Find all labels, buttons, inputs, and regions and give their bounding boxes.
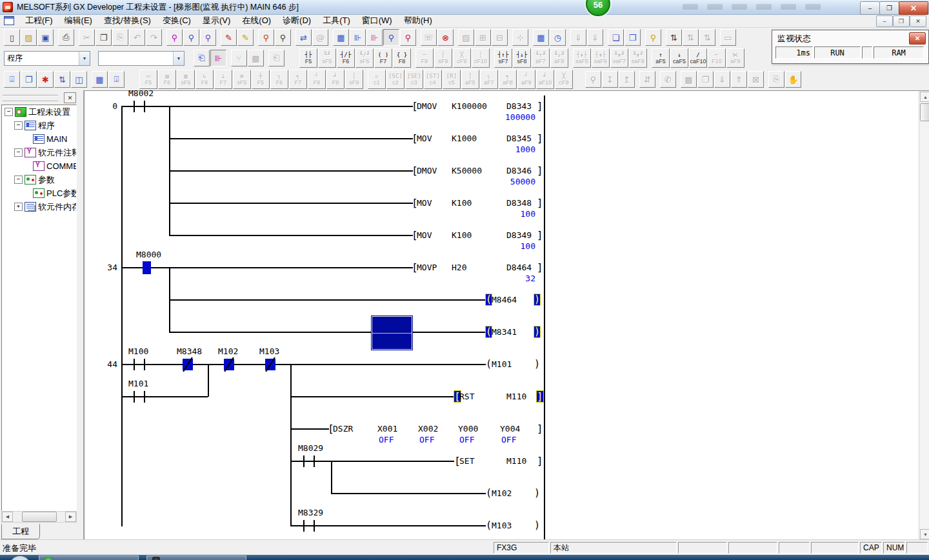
sort-step-button[interactable]: ⇅ [54,71,70,88]
collapse-icon[interactable]: − [5,108,13,116]
open-branch-button[interactable]: ╙╜sF5 [318,48,336,68]
windows-taskbar[interactable] [0,555,929,560]
search-up-button[interactable]: ↥ [619,71,635,88]
paste-button[interactable]: ⎘ [112,29,128,46]
scroll-down-icon[interactable]: ▼ [920,529,929,539]
delete-hline-button[interactable]: ╳cF9 [453,48,471,68]
device-comment-edit-button[interactable]: ⑂ [231,50,247,66]
taskbar-app-1[interactable] [39,555,139,560]
devmem-all-button[interactable]: ▩ [681,71,697,88]
corner-dr-button[interactable]: ┐F6 [270,70,288,89]
rect-3-button[interactable]: ▥sF6 [177,70,195,89]
ladder-editor-window[interactable]: ▲ ▼ [84,90,929,540]
arrow-button[interactable]: ↳F8 [195,70,214,89]
close-button[interactable]: ✕ [899,1,928,15]
start-orb-icon[interactable] [9,556,31,560]
copy-button[interactable]: ❐ [95,29,112,46]
panel-drag-handle[interactable] [3,95,58,102]
split-window-button[interactable]: ◫ [71,71,87,88]
line-c3-button[interactable]: ┘aF9 [517,70,535,89]
tree-horizontal-scrollbar[interactable]: ◀ ▶ [1,511,77,523]
devmem-read-button[interactable]: ⇑ [731,71,747,88]
project-tree-toggle-button[interactable]: ⊪ [210,50,226,66]
panel-close-icon[interactable]: ✕ [64,92,76,103]
expand-icon[interactable]: + [14,203,23,211]
collapse-icon[interactable]: − [14,148,23,157]
error-jump-button[interactable]: ✱ [37,71,54,88]
not-contact-button[interactable]: ⋉aF9 [726,48,744,68]
vline-button[interactable]: │sF9 [345,70,363,89]
remote-operation-button[interactable]: ⚲ [645,29,661,46]
online-verify-button[interactable]: ⊟ [492,29,508,46]
pulse-close-rise-button[interactable]: ╙⇞╜saF7 [610,48,628,68]
rect-2-button[interactable]: ▤F6 [158,70,176,89]
pulse-falling-branch-button[interactable]: ╙↓╜aF8 [550,48,568,68]
scroll-thumb[interactable] [920,103,929,121]
line-c1-button[interactable]: ┐aF7 [480,70,498,89]
pulse-open-rise-button[interactable]: ┤⇞├saF5 [573,48,591,68]
mdi-close-button[interactable]: ✕ [910,15,926,27]
collapse-icon[interactable]: − [14,175,23,184]
tree-item-软元件注释[interactable]: −软元件注释 [2,146,76,159]
convert-block-button[interactable]: ▩ [248,50,264,66]
param-transfer-1-button[interactable]: ⇅ [666,29,682,46]
vertical-line-button[interactable]: │sF9 [434,48,452,68]
remote-pause-button[interactable]: ⇓ [587,29,603,46]
print-button[interactable]: ⎙ [58,29,74,46]
restore-button[interactable]: ❐ [879,1,899,15]
screen-jump-back-button[interactable]: ❒ [624,29,641,46]
application-instruction-button[interactable]: { }F8 [393,48,411,68]
pan-hand-button[interactable]: ✋ [785,71,801,88]
menu-item-工具[interactable]: 工具(T) [317,14,356,27]
data-name-combo[interactable]: ▼ [98,51,185,66]
program-type-combo[interactable]: 程序▼ [4,51,90,66]
screen-jump-front-button[interactable]: ❏ [608,29,624,46]
comm-setup-button[interactable]: @ [312,29,328,46]
cut-button[interactable]: ✂ [79,29,95,46]
redo-button[interactable]: ↷ [146,29,162,46]
xbox-button[interactable]: ⊠sF5 [233,70,251,89]
rect-1-button[interactable]: ▭F5 [139,70,157,89]
instruction-list-view-button[interactable]: ⊪ [350,29,366,46]
undo-button[interactable]: ↶ [129,29,145,46]
display-setup-button[interactable]: ▭ [720,29,736,46]
monitor-write-mode-button[interactable]: ⚲ [400,29,416,46]
program-check-button[interactable]: ▦ [533,29,549,46]
line-del-button[interactable]: ╳cF9 [555,70,573,89]
pulse-rising-button[interactable]: ┤↑├sF7 [494,48,512,68]
new-project-button[interactable]: ▯ [4,29,20,46]
devmem-multi-button[interactable]: ❐ [697,71,714,88]
sc-mark-button[interactable]: [SC]c2 [386,70,405,89]
minimize-button[interactable]: – [860,1,880,15]
tree-item-MAIN[interactable]: MAIN [2,132,76,146]
open-contact-button[interactable]: ┤├F5 [299,48,317,68]
online-change-button[interactable]: ▨ [458,29,474,46]
label-button[interactable]: ⌐F10 [708,48,726,68]
find-device-button[interactable]: ⚲ [183,29,199,46]
partial-convert-button[interactable]: ⊹ [512,29,528,46]
save-project-button[interactable]: ▣ [37,29,54,46]
tree-item-参数[interactable]: −参数 [2,173,76,186]
doc-check-button[interactable]: ⎗ [194,50,210,66]
mdi-restore-button[interactable]: ❐ [893,15,910,27]
menu-item-帮助[interactable]: 帮助(H) [398,14,438,27]
mdi-minimize-button[interactable]: – [876,15,893,27]
line-c2-button[interactable]: ╕aF8 [499,70,517,89]
monitor-mode-button[interactable]: ⚲ [383,29,399,46]
find-button[interactable]: ⚲ [166,29,183,46]
find-device-use-button[interactable]: ⚲ [275,29,291,46]
menu-item-查找/替换[interactable]: 查找/替换(S) [98,14,157,27]
pulse-close-fall-button[interactable]: ╙⇟╜saF8 [629,48,647,68]
pulse-falling-button[interactable]: ┤↓├sF8 [513,48,531,68]
entry-data-monitor-button[interactable]: ◷ [550,29,566,46]
invert-result-button[interactable]: ∕caF10 [689,48,707,68]
list-edit-button[interactable]: ⎗ [268,50,285,66]
replace-string-button[interactable]: ✎ [237,29,254,46]
tree-item-工程未设置[interactable]: −工程未设置 [2,105,76,119]
find-binoculars-button[interactable]: ⚲ [585,71,601,88]
delete-vline-button[interactable]: ┆cF10 [472,48,490,68]
scroll-up-icon[interactable]: ▲ [920,92,929,102]
param-transfer-3-button[interactable]: ⇅ [699,29,715,46]
tree-item-COMMENT[interactable]: COMMENT [2,159,76,173]
call-search-button[interactable]: ✆ [660,71,676,88]
